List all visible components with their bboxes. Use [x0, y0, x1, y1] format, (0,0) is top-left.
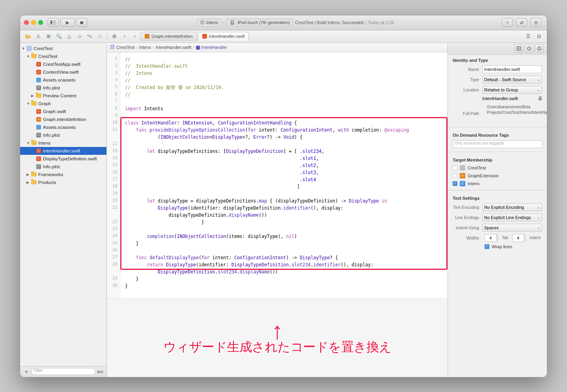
indent-down[interactable]: ▼ — [524, 238, 526, 241]
tab-stepper[interactable]: ▲ ▼ — [496, 234, 498, 241]
maximize-button[interactable] — [38, 20, 43, 25]
device-selector[interactable]: iPod touch (7th generation) — [226, 19, 293, 26]
swift-icon-intenthandler: S — [36, 148, 41, 154]
minimize-button[interactable] — [31, 20, 36, 25]
apps-icon[interactable]: ⊞ — [110, 32, 119, 41]
recent-files-button[interactable]: ⊕⊖ — [97, 368, 103, 375]
tab-up[interactable]: ▲ — [496, 234, 498, 238]
split-view-button[interactable]: ⊟ — [530, 18, 541, 27]
tab-width-input[interactable] — [485, 234, 496, 242]
target-graphext-checkbox[interactable] — [453, 173, 457, 178]
wrap-checkbox[interactable] — [485, 244, 489, 249]
branch-icon[interactable]: ⌥ — [85, 32, 94, 41]
add-tab-button[interactable]: + — [502, 18, 513, 27]
filter-input[interactable]: Filter — [31, 368, 95, 375]
sidebar-label-cresttest-root: CrestTest — [34, 46, 53, 51]
breadcrumb-intens[interactable]: Intens — [139, 45, 151, 50]
folder-icon-intens — [31, 140, 37, 146]
traffic-lights — [24, 20, 43, 25]
toggle-cresttest-group[interactable] — [26, 54, 31, 58]
tab-intentdef[interactable]: Graph.intentdefinition — [140, 32, 197, 41]
sidebar-item-assets2[interactable]: Assets.xcassets — [20, 123, 106, 131]
indent-stepper[interactable]: ▲ ▼ — [524, 234, 526, 241]
code-text[interactable]: // // IntentHandler.swift // Intens // /… — [120, 52, 448, 298]
toggle-intens[interactable] — [26, 141, 31, 145]
sidebar-item-plist2[interactable]: P Info.plist — [20, 131, 106, 139]
breadcrumb-cresttest[interactable]: CrestTest — [116, 45, 134, 50]
comment-icon[interactable]: □ — [95, 32, 104, 41]
toggle-cresttest[interactable] — [22, 46, 26, 50]
close-button[interactable] — [24, 20, 29, 25]
target-cresttest-checkbox[interactable] — [453, 165, 457, 170]
forward-button[interactable]: › — [130, 32, 140, 41]
tab-swift-label: IntentHandler.swift — [209, 34, 245, 39]
indent-width-input[interactable] — [513, 234, 524, 242]
sidebar-item-assets1[interactable]: Assets.xcassets — [20, 76, 106, 84]
tags-input[interactable]: Only resources are taggable — [453, 140, 542, 148]
sidebar-item-displaytype[interactable]: S DisplayTypeDefinition.swift — [20, 155, 106, 163]
history-icon[interactable] — [525, 44, 533, 53]
folder-icon[interactable] — [23, 32, 33, 41]
target-intens-checkbox[interactable] — [453, 181, 457, 186]
info-icon[interactable] — [535, 44, 544, 53]
endings-select[interactable]: No Explicit Line Endings — [482, 214, 542, 221]
sidebar-item-plist1[interactable]: P Info.plist — [20, 84, 106, 92]
back-button[interactable]: ‹ — [120, 32, 129, 41]
toggle-graph[interactable] — [26, 102, 31, 106]
run-button[interactable]: ▶ — [60, 18, 75, 27]
plist-icon-2: P — [36, 132, 41, 138]
name-value[interactable]: IntentHandler.swift — [482, 65, 542, 73]
grid-icon[interactable]: ⊞ — [44, 32, 53, 41]
menu-icon[interactable]: ☰ — [523, 32, 533, 41]
sep2: › — [153, 45, 154, 50]
sidebar-item-plist3[interactable]: P Info.plist — [20, 163, 106, 171]
sidebar-toggle-button[interactable] — [48, 18, 59, 27]
sidebar-item-graphintent[interactable]: ● Graph.intentdefinition — [20, 115, 106, 123]
split-editor-icon[interactable]: ⊟ — [534, 32, 544, 41]
sidebar-item-cresttest-root[interactable]: CrestTest — [20, 45, 106, 52]
breadcrumb-file[interactable]: IntentHandler.swift — [156, 45, 192, 50]
toggle-products[interactable] — [26, 180, 31, 184]
sidebar-item-graphswift[interactable]: S Graph.swift — [20, 108, 106, 115]
tab-intentdef-label: Graph.intentdefinition — [151, 34, 193, 39]
breadcrumb-symbol[interactable]: IntentHandler — [196, 45, 227, 50]
sidebar-item-intenthandler[interactable]: S IntentHandler.swift — [20, 147, 106, 155]
indent-up[interactable]: ▲ — [524, 234, 526, 238]
prev-next-button[interactable]: ⇄ — [516, 18, 527, 27]
sidebar-item-contentview[interactable]: S ContentView.swift — [20, 68, 106, 76]
intentdef-icon — [145, 34, 149, 39]
diamond-icon[interactable]: ◇ — [75, 32, 84, 41]
toggle-preview[interactable] — [31, 94, 36, 98]
sidebar-item-products[interactable]: Products — [20, 178, 106, 186]
sidebar-item-graph[interactable]: Graph — [20, 100, 106, 108]
intentdef-icon-graph: ● — [36, 117, 41, 122]
toggle-frameworks[interactable] — [26, 173, 31, 176]
filename-value: IntentHandler.swift — [482, 96, 518, 101]
annotation-text: ウィザード生成されたコードを置き換え — [163, 339, 392, 356]
indent-width-field[interactable]: ▲ ▼ — [512, 234, 526, 242]
file-inspector-icon[interactable] — [515, 44, 523, 53]
add-file-button[interactable]: + — [23, 368, 30, 375]
scheme-selector[interactable]: Ⓔ Intens — [197, 19, 222, 27]
tab-down[interactable]: ▼ — [496, 238, 498, 241]
diff-icon[interactable]: △ — [64, 32, 74, 41]
sidebar-item-cresttest-group[interactable]: CrestTest — [20, 52, 106, 60]
type-select[interactable]: Default - Swift Source — [482, 76, 542, 84]
breadcrumb-icon — [110, 45, 115, 50]
sidebar-label-cresttest: CrestTest — [38, 54, 58, 59]
tab-label: Tab — [502, 236, 508, 240]
sidebar-item-intens[interactable]: Intens — [20, 139, 106, 147]
sidebar-item-crestapp[interactable]: S CrestTestApp.swift — [20, 60, 106, 68]
encoding-select[interactable]: No Explicit Encoding — [482, 203, 542, 211]
indent-select[interactable]: Spaces — [482, 224, 542, 232]
tab-width-field[interactable]: ▲ ▼ — [485, 234, 498, 242]
sidebar-label-crestapp: CrestTestApp.swift — [43, 62, 80, 67]
warning-icon[interactable]: ⚠ — [34, 32, 43, 41]
tab-swift[interactable]: IntentHandler.swift — [198, 32, 249, 41]
search-icon-toolbar[interactable]: 🔍 — [54, 32, 63, 41]
sidebar-label-contentview: ContentView.swift — [43, 70, 79, 74]
sidebar-item-preview[interactable]: Preview Content — [20, 92, 106, 100]
stop-button[interactable]: ■ — [76, 18, 87, 27]
location-select[interactable]: Relative to Group — [482, 86, 542, 94]
sidebar-item-frameworks[interactable]: Frameworks — [20, 171, 106, 178]
